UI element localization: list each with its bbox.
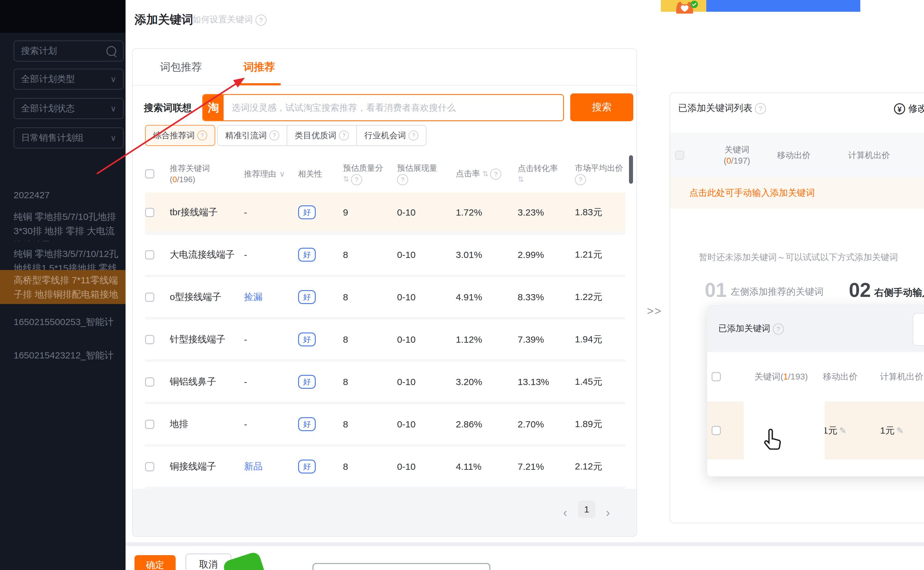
help-icon: ? xyxy=(269,130,279,140)
collapse-panel-icon[interactable]: >> xyxy=(647,305,662,318)
keyword-search-input[interactable] xyxy=(223,95,563,120)
filter-chip-1[interactable]: 综合推荐词? xyxy=(145,125,215,146)
footer-divider xyxy=(125,542,924,546)
select-all-checkbox-disabled xyxy=(675,151,684,160)
how-to-set-keywords-link[interactable]: 如何设置关键词 ? xyxy=(192,14,266,26)
reason-cell[interactable]: 捡漏 xyxy=(244,291,298,303)
chip-label: 精准引流词 xyxy=(225,130,267,141)
edit-icon[interactable]: ✎ xyxy=(839,426,846,435)
ctr-cell: 4.91% xyxy=(456,292,518,302)
next-page-icon[interactable]: › xyxy=(606,506,610,519)
ctr-cell: 1.12% xyxy=(456,334,518,345)
plan-search-input[interactable]: 搜索计划 xyxy=(14,40,124,61)
table-header: 推荐关键词 (0/196) 推荐理由 ∨ 相关性 预估质量分 ⇅? 预估展现量 … xyxy=(145,155,625,192)
row-checkbox[interactable] xyxy=(145,335,154,344)
popup-header: 已添加关键词 ? xyxy=(707,306,924,352)
confirm-button[interactable]: 确定 xyxy=(135,555,176,570)
sort-icon[interactable]: ⇅ xyxy=(343,175,349,183)
plan-group-dropdown[interactable]: 日常销售计划组 ∨ xyxy=(14,127,124,149)
relevance-badge: 好 xyxy=(298,205,316,219)
help-icon[interactable]: ? xyxy=(575,174,586,185)
help-icon[interactable]: ? xyxy=(255,15,266,26)
filter-chip-2[interactable]: 精准引流词? xyxy=(217,125,287,146)
impressions-cell: 0-10 xyxy=(397,334,456,345)
row-checkbox[interactable] xyxy=(145,208,154,217)
modify-bid-button[interactable]: ¥ 修改 xyxy=(894,103,924,115)
table-row[interactable]: tbr接线端子-好90-101.72%3.23%1.83元 xyxy=(145,192,625,235)
help-icon: ? xyxy=(339,130,349,140)
cancel-button[interactable]: 取消 xyxy=(185,554,231,570)
table-row[interactable]: 铜铝线鼻子-好80-103.20%13.13%1.45元 xyxy=(145,362,625,404)
table-row[interactable]: 大电流接线端子-好80-103.01%2.99%1.21元 xyxy=(145,235,625,277)
filter-chip-3[interactable]: 类目优质词? xyxy=(287,125,357,146)
select-all-checkbox[interactable] xyxy=(145,169,154,178)
col-reason-dropdown[interactable]: 推荐理由 ∨ xyxy=(244,168,298,179)
reason-cell: - xyxy=(244,207,298,218)
relevance-cell: 好 xyxy=(298,205,343,219)
table-row[interactable]: o型接线端子捡漏好80-104.91%8.33%1.22元 xyxy=(145,277,625,319)
plan-list-item[interactable]: 1650215423212_智能计划 xyxy=(0,345,125,364)
row-checkbox[interactable] xyxy=(145,250,154,259)
col-keyword: 关键词(1/193) xyxy=(739,371,823,383)
plan-list-item[interactable]: 纯铜 零地排5/7/10孔地排3*30排 地排 零排 大电流 接线端子 xyxy=(0,207,125,241)
cvr-cell: 2.70% xyxy=(518,419,575,430)
row-checkbox[interactable] xyxy=(145,462,154,471)
row-checkbox[interactable] xyxy=(145,293,154,302)
plan-group-label: 日常销售计划组 xyxy=(21,132,110,144)
manual-add-link[interactable]: 点击此处可手动输入添加关键词 xyxy=(689,187,815,199)
quality-cell: 8 xyxy=(343,250,397,260)
help-icon[interactable]: ? xyxy=(351,174,362,185)
keyword-cell: 地排 xyxy=(170,418,244,431)
quality-cell: 8 xyxy=(343,292,397,302)
chip-label: 类目优质词 xyxy=(295,130,337,141)
plan-status-dropdown[interactable]: 全部计划状态 ∨ xyxy=(14,98,124,119)
plan-type-dropdown[interactable]: 全部计划类型 ∨ xyxy=(14,69,124,90)
help-icon[interactable]: ? xyxy=(490,169,501,180)
sort-icon[interactable]: ⇅ xyxy=(518,175,524,183)
chevron-down-icon: ∨ xyxy=(110,133,116,143)
col-impressions: 预估展现量 ? xyxy=(397,162,456,185)
price-cell: 1.89元 xyxy=(575,418,632,431)
col-relevance: 相关性 xyxy=(298,168,343,179)
search-association-label: 搜索词联想 xyxy=(144,101,192,115)
table-row[interactable]: 铜接线端子新品好80-104.11%7.21%2.12元 xyxy=(145,447,625,489)
tab-word-recommend[interactable]: 词推荐 xyxy=(243,49,275,85)
impressions-cell: 0-10 xyxy=(397,250,456,260)
popup-action-button[interactable] xyxy=(913,313,924,346)
relevance-badge: 好 xyxy=(298,332,316,346)
relevance-badge: 好 xyxy=(298,248,316,262)
plan-list-item[interactable]: 2022427 xyxy=(0,185,125,204)
cvr-cell: 7.39% xyxy=(518,334,575,345)
added-keywords-popup: 已添加关键词 ? 关键词(1/193) 移动出价 计算机出价 1元✎ 1元✎ xyxy=(707,305,924,477)
table-row[interactable]: 地排-好80-102.86%2.70%1.89元 xyxy=(145,404,625,447)
current-page[interactable]: 1 xyxy=(578,501,595,518)
relevance-badge: 好 xyxy=(298,290,316,304)
edit-icon[interactable]: ✎ xyxy=(896,426,904,435)
sort-icon[interactable]: ⇅ xyxy=(482,170,488,178)
col-pc-bid: 计算机出价 xyxy=(880,371,924,383)
col-mobile-bid: 移动出价 xyxy=(777,150,848,161)
row-checkbox[interactable] xyxy=(711,426,721,435)
reason-cell[interactable]: 新品 xyxy=(244,460,298,473)
help-icon[interactable]: ? xyxy=(755,103,766,114)
table-scrollbar[interactable] xyxy=(629,155,633,184)
cvr-cell: 2.99% xyxy=(518,250,575,260)
row-checkbox[interactable] xyxy=(145,377,154,387)
search-button[interactable]: 搜索 xyxy=(570,93,633,121)
help-icon[interactable]: ? xyxy=(773,323,784,335)
reason-cell: - xyxy=(244,334,298,345)
plan-list-item[interactable]: 1650215500253_智能计划 xyxy=(0,312,125,330)
pc-bid-cell: 1元✎ xyxy=(880,424,924,437)
row-checkbox[interactable] xyxy=(145,420,154,429)
relevance-cell: 好 xyxy=(298,460,343,473)
tab-word-package[interactable]: 词包推荐 xyxy=(160,49,202,85)
ctr-cell: 3.01% xyxy=(456,250,518,260)
plan-list-item[interactable]: 高桥型零线排 7*11零线端子排 地排铜排配电箱接地接线端子 xyxy=(0,270,125,304)
popup-select-all-checkbox[interactable] xyxy=(711,372,721,382)
filter-chip-4[interactable]: 行业机会词? xyxy=(356,125,427,146)
popup-table-header: 关键词(1/193) 移动出价 计算机出价 xyxy=(711,352,924,401)
prev-page-icon[interactable]: ‹ xyxy=(563,506,567,519)
table-row[interactable]: 针型接线端子-好80-101.12%7.39%1.94元 xyxy=(145,319,625,362)
help-icon[interactable]: ? xyxy=(397,174,408,185)
col-market-price: 市场平均出价 ? xyxy=(575,162,632,185)
